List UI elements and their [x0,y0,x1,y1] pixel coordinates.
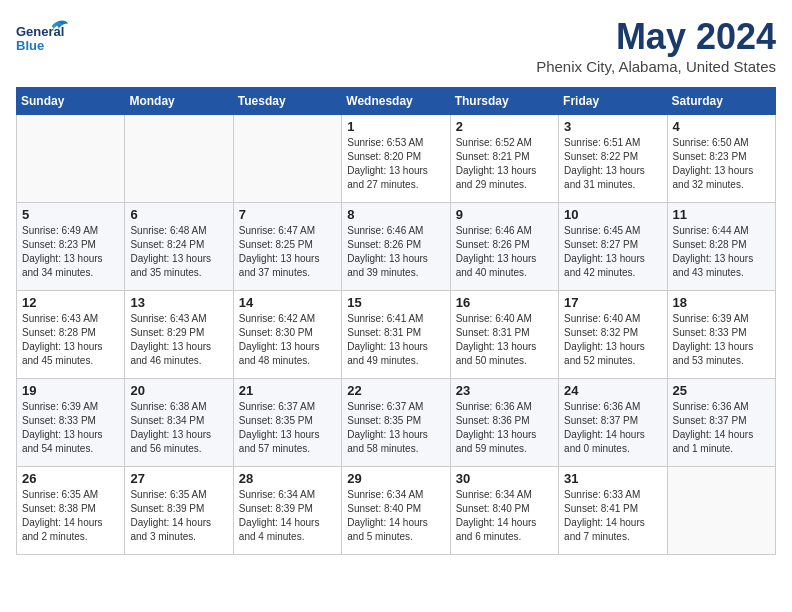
calendar-cell: 15Sunrise: 6:41 AM Sunset: 8:31 PM Dayli… [342,291,450,379]
calendar-cell: 8Sunrise: 6:46 AM Sunset: 8:26 PM Daylig… [342,203,450,291]
calendar-cell: 13Sunrise: 6:43 AM Sunset: 8:29 PM Dayli… [125,291,233,379]
calendar-cell: 23Sunrise: 6:36 AM Sunset: 8:36 PM Dayli… [450,379,558,467]
location-title: Phenix City, Alabama, United States [536,58,776,75]
day-info: Sunrise: 6:47 AM Sunset: 8:25 PM Dayligh… [239,224,336,280]
day-info: Sunrise: 6:42 AM Sunset: 8:30 PM Dayligh… [239,312,336,368]
calendar-cell: 25Sunrise: 6:36 AM Sunset: 8:37 PM Dayli… [667,379,775,467]
day-info: Sunrise: 6:40 AM Sunset: 8:31 PM Dayligh… [456,312,553,368]
day-info: Sunrise: 6:34 AM Sunset: 8:40 PM Dayligh… [347,488,444,544]
calendar-cell: 12Sunrise: 6:43 AM Sunset: 8:28 PM Dayli… [17,291,125,379]
calendar-cell: 7Sunrise: 6:47 AM Sunset: 8:25 PM Daylig… [233,203,341,291]
calendar-cell: 14Sunrise: 6:42 AM Sunset: 8:30 PM Dayli… [233,291,341,379]
day-info: Sunrise: 6:35 AM Sunset: 8:38 PM Dayligh… [22,488,119,544]
day-info: Sunrise: 6:37 AM Sunset: 8:35 PM Dayligh… [239,400,336,456]
day-number: 5 [22,207,119,222]
day-number: 15 [347,295,444,310]
day-info: Sunrise: 6:35 AM Sunset: 8:39 PM Dayligh… [130,488,227,544]
header-cell-monday: Monday [125,88,233,115]
day-number: 9 [456,207,553,222]
title-block: May 2024 Phenix City, Alabama, United St… [536,16,776,75]
day-info: Sunrise: 6:41 AM Sunset: 8:31 PM Dayligh… [347,312,444,368]
month-title: May 2024 [536,16,776,58]
day-number: 12 [22,295,119,310]
week-row-2: 5Sunrise: 6:49 AM Sunset: 8:23 PM Daylig… [17,203,776,291]
day-info: Sunrise: 6:50 AM Sunset: 8:23 PM Dayligh… [673,136,770,192]
calendar-cell: 4Sunrise: 6:50 AM Sunset: 8:23 PM Daylig… [667,115,775,203]
day-number: 16 [456,295,553,310]
week-row-5: 26Sunrise: 6:35 AM Sunset: 8:38 PM Dayli… [17,467,776,555]
day-info: Sunrise: 6:33 AM Sunset: 8:41 PM Dayligh… [564,488,661,544]
day-number: 19 [22,383,119,398]
header-cell-saturday: Saturday [667,88,775,115]
calendar-cell: 5Sunrise: 6:49 AM Sunset: 8:23 PM Daylig… [17,203,125,291]
day-info: Sunrise: 6:39 AM Sunset: 8:33 PM Dayligh… [673,312,770,368]
day-number: 2 [456,119,553,134]
day-number: 4 [673,119,770,134]
day-number: 18 [673,295,770,310]
day-number: 28 [239,471,336,486]
week-row-3: 12Sunrise: 6:43 AM Sunset: 8:28 PM Dayli… [17,291,776,379]
day-info: Sunrise: 6:49 AM Sunset: 8:23 PM Dayligh… [22,224,119,280]
day-number: 29 [347,471,444,486]
calendar-cell: 24Sunrise: 6:36 AM Sunset: 8:37 PM Dayli… [559,379,667,467]
day-info: Sunrise: 6:38 AM Sunset: 8:34 PM Dayligh… [130,400,227,456]
logo: General Blue [16,16,72,64]
svg-text:General: General [16,24,64,39]
calendar-cell [233,115,341,203]
calendar-cell [17,115,125,203]
header-cell-tuesday: Tuesday [233,88,341,115]
day-number: 11 [673,207,770,222]
calendar-cell: 19Sunrise: 6:39 AM Sunset: 8:33 PM Dayli… [17,379,125,467]
day-info: Sunrise: 6:34 AM Sunset: 8:40 PM Dayligh… [456,488,553,544]
day-info: Sunrise: 6:37 AM Sunset: 8:35 PM Dayligh… [347,400,444,456]
day-info: Sunrise: 6:48 AM Sunset: 8:24 PM Dayligh… [130,224,227,280]
day-number: 21 [239,383,336,398]
calendar-cell: 22Sunrise: 6:37 AM Sunset: 8:35 PM Dayli… [342,379,450,467]
header-cell-sunday: Sunday [17,88,125,115]
day-info: Sunrise: 6:51 AM Sunset: 8:22 PM Dayligh… [564,136,661,192]
day-number: 1 [347,119,444,134]
day-info: Sunrise: 6:44 AM Sunset: 8:28 PM Dayligh… [673,224,770,280]
calendar-cell: 30Sunrise: 6:34 AM Sunset: 8:40 PM Dayli… [450,467,558,555]
calendar-cell: 18Sunrise: 6:39 AM Sunset: 8:33 PM Dayli… [667,291,775,379]
day-info: Sunrise: 6:36 AM Sunset: 8:36 PM Dayligh… [456,400,553,456]
day-number: 6 [130,207,227,222]
day-number: 23 [456,383,553,398]
calendar-cell: 27Sunrise: 6:35 AM Sunset: 8:39 PM Dayli… [125,467,233,555]
calendar-cell: 29Sunrise: 6:34 AM Sunset: 8:40 PM Dayli… [342,467,450,555]
header-row: SundayMondayTuesdayWednesdayThursdayFrid… [17,88,776,115]
day-info: Sunrise: 6:43 AM Sunset: 8:28 PM Dayligh… [22,312,119,368]
day-info: Sunrise: 6:53 AM Sunset: 8:20 PM Dayligh… [347,136,444,192]
header-cell-friday: Friday [559,88,667,115]
calendar-cell: 17Sunrise: 6:40 AM Sunset: 8:32 PM Dayli… [559,291,667,379]
calendar-cell: 31Sunrise: 6:33 AM Sunset: 8:41 PM Dayli… [559,467,667,555]
day-number: 24 [564,383,661,398]
calendar-cell: 9Sunrise: 6:46 AM Sunset: 8:26 PM Daylig… [450,203,558,291]
calendar-cell: 26Sunrise: 6:35 AM Sunset: 8:38 PM Dayli… [17,467,125,555]
calendar-cell: 2Sunrise: 6:52 AM Sunset: 8:21 PM Daylig… [450,115,558,203]
calendar-cell: 6Sunrise: 6:48 AM Sunset: 8:24 PM Daylig… [125,203,233,291]
day-info: Sunrise: 6:39 AM Sunset: 8:33 PM Dayligh… [22,400,119,456]
day-number: 7 [239,207,336,222]
day-number: 26 [22,471,119,486]
day-info: Sunrise: 6:52 AM Sunset: 8:21 PM Dayligh… [456,136,553,192]
logo-icon: General Blue [16,16,68,64]
calendar-cell [125,115,233,203]
day-number: 25 [673,383,770,398]
day-info: Sunrise: 6:46 AM Sunset: 8:26 PM Dayligh… [456,224,553,280]
calendar-cell: 20Sunrise: 6:38 AM Sunset: 8:34 PM Dayli… [125,379,233,467]
calendar-header: SundayMondayTuesdayWednesdayThursdayFrid… [17,88,776,115]
day-info: Sunrise: 6:46 AM Sunset: 8:26 PM Dayligh… [347,224,444,280]
page-header: General Blue May 2024 Phenix City, Alaba… [16,16,776,75]
calendar-cell: 10Sunrise: 6:45 AM Sunset: 8:27 PM Dayli… [559,203,667,291]
day-number: 22 [347,383,444,398]
day-number: 8 [347,207,444,222]
day-info: Sunrise: 6:34 AM Sunset: 8:39 PM Dayligh… [239,488,336,544]
calendar-cell: 11Sunrise: 6:44 AM Sunset: 8:28 PM Dayli… [667,203,775,291]
calendar-table: SundayMondayTuesdayWednesdayThursdayFrid… [16,87,776,555]
calendar-body: 1Sunrise: 6:53 AM Sunset: 8:20 PM Daylig… [17,115,776,555]
day-number: 10 [564,207,661,222]
calendar-cell: 28Sunrise: 6:34 AM Sunset: 8:39 PM Dayli… [233,467,341,555]
day-number: 17 [564,295,661,310]
calendar-cell: 21Sunrise: 6:37 AM Sunset: 8:35 PM Dayli… [233,379,341,467]
